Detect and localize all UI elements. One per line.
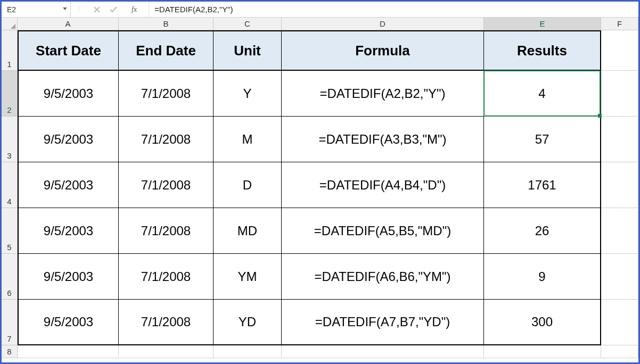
- cell-D8[interactable]: [282, 345, 484, 358]
- cell-B2[interactable]: 7/1/2008: [119, 71, 214, 117]
- cell-E6[interactable]: 9: [484, 254, 601, 300]
- cell-B8[interactable]: [119, 345, 214, 358]
- column-headers: A B C D E F: [2, 18, 638, 30]
- formula-input[interactable]: =DATEDIF(A2,B2,"Y"): [149, 2, 638, 17]
- header-formula[interactable]: Formula: [282, 30, 484, 71]
- cell-A7[interactable]: 9/5/2003: [18, 300, 119, 345]
- row-4: 4 9/5/2003 7/1/2008 D =DATEDIF(A4,B4,"D"…: [2, 162, 638, 208]
- cell-A2[interactable]: 9/5/2003: [18, 71, 119, 117]
- cell-A3[interactable]: 9/5/2003: [18, 117, 119, 162]
- cell-C8[interactable]: [214, 345, 282, 358]
- cell-C7[interactable]: YD: [214, 300, 282, 345]
- cell-F7[interactable]: [601, 300, 638, 345]
- cell-E5[interactable]: 26: [484, 208, 601, 254]
- check-icon[interactable]: [109, 6, 118, 13]
- name-box-value: E2: [7, 5, 16, 14]
- cell-B4[interactable]: 7/1/2008: [119, 162, 214, 208]
- row-8: 8: [2, 345, 638, 358]
- row-header-3[interactable]: 3: [2, 117, 18, 162]
- row-header-1[interactable]: 1: [2, 30, 18, 71]
- chevron-down-icon[interactable]: [63, 7, 67, 10]
- cell-D7[interactable]: =DATEDIF(A7,B7,"YD"): [282, 300, 484, 345]
- cell-C2[interactable]: Y: [214, 71, 282, 117]
- cell-E2[interactable]: 4: [484, 71, 601, 117]
- header-start-date[interactable]: Start Date: [18, 30, 119, 71]
- row-2: 2 9/5/2003 7/1/2008 Y =DATEDIF(A2,B2,"Y"…: [2, 71, 638, 117]
- cell-C3[interactable]: M: [214, 117, 282, 162]
- cell-D2[interactable]: =DATEDIF(A2,B2,"Y"): [282, 71, 484, 117]
- cancel-icon[interactable]: [93, 6, 101, 13]
- formula-bar: E2 ⋮ fx =DATEDIF(A2,B2,"Y"): [2, 2, 638, 18]
- worksheet: A B C D E F 1 Start Date End Date Unit F…: [2, 18, 638, 358]
- column-header-D[interactable]: D: [282, 18, 484, 30]
- column-header-C[interactable]: C: [214, 18, 282, 30]
- column-header-F[interactable]: F: [601, 18, 638, 30]
- cell-B5[interactable]: 7/1/2008: [119, 208, 214, 254]
- cell-F1[interactable]: [601, 30, 638, 71]
- row-5: 5 9/5/2003 7/1/2008 MD =DATEDIF(A5,B5,"M…: [2, 208, 638, 254]
- formula-bar-buttons: fx: [87, 2, 149, 17]
- row-3: 3 9/5/2003 7/1/2008 M =DATEDIF(A3,B3,"M"…: [2, 117, 638, 162]
- cell-A8[interactable]: [18, 345, 119, 358]
- cell-E3[interactable]: 57: [484, 117, 601, 162]
- insert-function-button[interactable]: fx: [126, 5, 142, 14]
- cell-E7[interactable]: 300: [484, 300, 601, 345]
- header-end-date[interactable]: End Date: [119, 30, 214, 71]
- row-header-5[interactable]: 5: [2, 208, 18, 254]
- cell-F6[interactable]: [601, 254, 638, 300]
- row-header-7[interactable]: 7: [2, 300, 18, 345]
- cell-F3[interactable]: [601, 117, 638, 162]
- row-header-4[interactable]: 4: [2, 162, 18, 208]
- cell-D3[interactable]: =DATEDIF(A3,B3,"M"): [282, 117, 484, 162]
- formula-bar-grip[interactable]: ⋮: [71, 6, 87, 12]
- cell-F4[interactable]: [601, 162, 638, 208]
- row-header-2[interactable]: 2: [2, 71, 18, 117]
- cell-F5[interactable]: [601, 208, 638, 254]
- name-box[interactable]: E2: [2, 2, 71, 17]
- cell-C6[interactable]: YM: [214, 254, 282, 300]
- row-7: 7 9/5/2003 7/1/2008 YD =DATEDIF(A7,B7,"Y…: [2, 300, 638, 345]
- cell-A5[interactable]: 9/5/2003: [18, 208, 119, 254]
- column-header-B[interactable]: B: [119, 18, 214, 30]
- row-1: 1 Start Date End Date Unit Formula Resul…: [2, 30, 638, 71]
- cell-D5[interactable]: =DATEDIF(A5,B5,"MD"): [282, 208, 484, 254]
- header-results[interactable]: Results: [484, 30, 601, 71]
- cell-F2[interactable]: [601, 71, 638, 117]
- column-header-E[interactable]: E: [484, 18, 601, 30]
- cell-A4[interactable]: 9/5/2003: [18, 162, 119, 208]
- row-header-8[interactable]: 8: [2, 345, 18, 358]
- cell-C5[interactable]: MD: [214, 208, 282, 254]
- row-6: 6 9/5/2003 7/1/2008 YM =DATEDIF(A6,B6,"Y…: [2, 254, 638, 300]
- cell-B3[interactable]: 7/1/2008: [119, 117, 214, 162]
- header-unit[interactable]: Unit: [214, 30, 282, 71]
- cell-E4[interactable]: 1761: [484, 162, 601, 208]
- select-all-corner[interactable]: [2, 18, 18, 30]
- cell-B6[interactable]: 7/1/2008: [119, 254, 214, 300]
- cell-E8[interactable]: [484, 345, 601, 358]
- column-header-A[interactable]: A: [18, 18, 119, 30]
- row-header-6[interactable]: 6: [2, 254, 18, 300]
- cell-B7[interactable]: 7/1/2008: [119, 300, 214, 345]
- cell-A6[interactable]: 9/5/2003: [18, 254, 119, 300]
- cell-F8[interactable]: [601, 345, 638, 358]
- cell-D6[interactable]: =DATEDIF(A6,B6,"YM"): [282, 254, 484, 300]
- cell-C4[interactable]: D: [214, 162, 282, 208]
- grid-rows: 1 Start Date End Date Unit Formula Resul…: [2, 30, 638, 358]
- cell-D4[interactable]: =DATEDIF(A4,B4,"D"): [282, 162, 484, 208]
